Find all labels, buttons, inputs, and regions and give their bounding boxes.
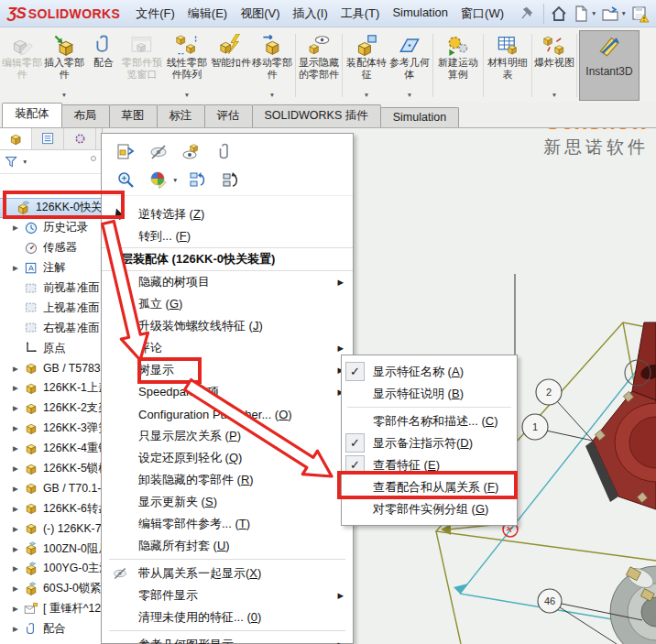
ribbon-button-mates[interactable]: 配合 [86, 30, 121, 101]
display-pane-tab[interactable] [32, 128, 64, 149]
menu-item-12[interactable]: 卸装隐藏的零部件 (R) [102, 469, 353, 491]
expander-icon[interactable]: ▶ [13, 564, 24, 573]
ribbon-button-exploded-view[interactable]: 爆炸视图▼ [534, 30, 574, 101]
tab-0[interactable]: 装配体 [2, 103, 62, 127]
ribbon-button-insert-component[interactable]: 插入零部件▼ [42, 30, 86, 101]
ribbon-button-motion-study[interactable]: 新建运动算例 [435, 30, 481, 101]
submenu-item-3[interactable]: 零部件名称和描述... (C) [342, 410, 517, 432]
expander-icon[interactable]: ▶ [13, 605, 24, 613]
ribbon-button-linear-pattern[interactable]: 线性零部件阵列▼ [163, 30, 211, 101]
submenu-item-7[interactable]: 对零部件实例分组 (G) [342, 498, 517, 520]
expander-icon[interactable]: ▶ [13, 525, 24, 533]
reorder-refresh-button[interactable] [222, 170, 240, 189]
submenu-item-4[interactable]: ✓显示备注指示符(D) [342, 432, 517, 454]
tree-item-0[interactable]: 126KK-0快关装置 [0, 198, 102, 218]
expander-icon[interactable]: ▶ [13, 545, 24, 553]
tree-item-6[interactable]: 右视基准面 [0, 318, 102, 338]
tree-item-17[interactable]: ▶100ZN-0阻尼液 [0, 539, 102, 559]
ribbon-button-assembly-features[interactable]: 装配体特征▼ [344, 30, 388, 101]
menu-item-11[interactable]: 设定还原到轻化 (Q) [102, 447, 353, 469]
menu-item-3[interactable]: 隐藏的树项目▶ [102, 271, 353, 293]
menu-item-17[interactable]: 带从属关系一起显示(X) [102, 562, 353, 584]
menu-item-7[interactable]: 树显示▶ [102, 359, 353, 381]
filter-caret-icon[interactable]: ▼ [22, 158, 27, 165]
show-with-dependents-button[interactable] [182, 143, 201, 161]
menubar-item-0[interactable]: 文件(F) [129, 1, 181, 27]
pane-toggle-icon[interactable] [91, 156, 96, 161]
tree-item-8[interactable]: ▶GB / T5783-20 [0, 358, 102, 378]
menu-item-13[interactable]: 显示更新夹 (S) [102, 491, 353, 513]
open-doc-button[interactable]: ▼ [601, 5, 627, 23]
tree-item-5[interactable]: 上视基准面 [0, 298, 102, 318]
menu-item-9[interactable]: Configuration Publisher... (O) [102, 403, 353, 425]
featuremanager-tab[interactable] [0, 128, 32, 149]
menu-item-10[interactable]: 只显示层次关系 (P) [102, 425, 353, 447]
expander-icon[interactable]: ▶ [13, 485, 24, 493]
menubar-item-2[interactable]: 视图(V) [234, 1, 286, 27]
menu-item-15[interactable]: 隐藏所有封套 (U) [102, 535, 353, 557]
doc-config-button[interactable] [116, 143, 135, 161]
menu-item-14[interactable]: 编辑零部件参考... (T) [102, 513, 353, 535]
menu-item-5[interactable]: 升级装饰螺纹线特征 (J) [102, 315, 353, 337]
tree-item-14[interactable]: ▶GB / T70.1-200 [0, 478, 102, 498]
expander-icon[interactable]: ▶ [13, 625, 24, 633]
reorder-up-button[interactable] [189, 170, 207, 189]
dropdown-caret-icon[interactable]: ▼ [172, 177, 178, 183]
tab-4[interactable]: 评估 [204, 104, 253, 127]
tree-item-1[interactable]: ▶历史记录 [0, 218, 102, 238]
hide-button[interactable] [149, 143, 168, 161]
menubar-item-4[interactable]: 工具(T) [334, 1, 387, 27]
ribbon-button-reference-geometry[interactable]: 参考几何体▼ [388, 30, 431, 101]
ribbon-button-instant3d[interactable]: Instant3D [579, 30, 640, 101]
tree-item-10[interactable]: ▶126KK-2支架< [0, 398, 102, 419]
expander-icon[interactable]: ▶ [13, 584, 24, 593]
filter-slot[interactable] [4, 154, 19, 169]
configuration-tab[interactable] [64, 128, 96, 149]
expander-icon[interactable]: ▶ [13, 404, 24, 412]
menubar-item-5[interactable]: Simulation [386, 1, 454, 27]
menu-item-19[interactable]: 清理未使用的特征... (0) [102, 606, 353, 628]
expander-icon[interactable]: ▶ [13, 384, 24, 392]
dropdown-caret-icon[interactable]: ▼ [552, 92, 557, 101]
tree-item-16[interactable]: ▶(-) 126KK-7销轴 [0, 518, 102, 539]
dropdown-caret-icon[interactable]: ▼ [407, 92, 412, 101]
mate-clip-button[interactable] [215, 143, 234, 161]
submenu-item-0[interactable]: ✓显示特征名称 (A) [342, 361, 517, 383]
ribbon-button-smart-fasteners[interactable]: 智能扣件 [211, 30, 251, 101]
save-warning-button[interactable] [631, 5, 650, 23]
tree-item-11[interactable]: ▶126KK-3弹簧< [0, 419, 102, 439]
tree-item-18[interactable]: ▶100YG-0主液压 [0, 559, 102, 579]
pin-button[interactable] [518, 5, 534, 22]
zoom-to-selection-button[interactable] [116, 170, 135, 189]
expander-icon[interactable]: ▶ [13, 224, 24, 232]
expander-icon[interactable]: ▶ [13, 264, 24, 272]
menu-item-21[interactable]: 参考几何图形显示▶ [102, 634, 353, 644]
dropdown-caret-icon[interactable]: ▼ [61, 92, 67, 101]
ribbon-button-move-component[interactable]: 移动零部件▼ [251, 30, 293, 101]
submenu-item-5[interactable]: ✓查看特征 (E) [342, 454, 517, 476]
expander-icon[interactable]: ▶ [13, 464, 24, 473]
dropdown-caret-icon[interactable]: ▼ [591, 10, 596, 16]
tree-item-12[interactable]: ▶126KK-4重锤< [0, 439, 102, 459]
dropdown-caret-icon[interactable]: ▼ [364, 92, 369, 101]
tab-1[interactable]: 布局 [61, 104, 110, 127]
tree-item-21[interactable]: ▶配合 [0, 619, 102, 639]
dropdown-caret-icon[interactable]: ▼ [620, 10, 626, 16]
menubar-item-6[interactable]: 窗口(W) [454, 1, 510, 27]
tree-item-20[interactable]: ▶[ 重锤杆^126K [0, 599, 102, 619]
expander-icon[interactable]: ▶ [13, 505, 24, 513]
new-doc-button[interactable]: ▼ [572, 5, 597, 23]
tree-item-19[interactable]: ▶60SJ-0锁紧机构 [0, 579, 102, 599]
menu-item-4[interactable]: 孤立 (G) [102, 293, 353, 315]
menu-item-18[interactable]: 零部件显示▶ [102, 584, 353, 606]
menubar-item-1[interactable]: 编辑(E) [181, 1, 234, 27]
tab-3[interactable]: 标注 [157, 104, 205, 127]
submenu-item-1[interactable]: 显示特征说明 (B) [342, 383, 517, 405]
dropdown-caret-icon[interactable]: ▼ [184, 92, 190, 101]
dropdown-caret-icon[interactable]: ▼ [269, 92, 275, 101]
tree-item-13[interactable]: ▶126KK-5锁槛< [0, 459, 102, 479]
submenu-item-6[interactable]: 查看配合和从属关系 (F) [342, 476, 517, 498]
tree-item-7[interactable]: 原点 [0, 338, 102, 358]
tree-item-4[interactable]: 前视基准面 [0, 278, 102, 299]
tree-item-3[interactable]: ▶注解 [0, 258, 102, 278]
